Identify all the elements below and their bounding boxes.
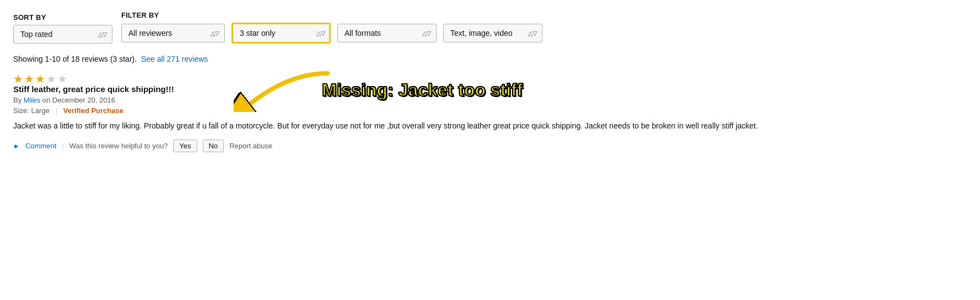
report-link[interactable]: Report abuse — [229, 142, 272, 150]
annotation-callout: Missing: Jacket too stiff — [234, 68, 523, 112]
comment-arrow-icon: ► — [13, 142, 20, 150]
stars-select-wrapper[interactable]: All stars 5 star only 4 star only 3 star… — [231, 23, 331, 44]
formats-select[interactable]: All formats Text only Image/video — [337, 24, 437, 42]
helpful-yes-button[interactable]: Yes — [173, 140, 197, 152]
helpful-no-button[interactable]: No — [203, 140, 224, 152]
size-separator: | — [56, 106, 57, 115]
review-body: Jacket was a little to stiff for my liki… — [13, 120, 840, 132]
media-select-wrapper[interactable]: Text, image, video Text only Image/video… — [443, 24, 542, 42]
size-value: Large — [31, 106, 50, 115]
formats-select-wrapper[interactable]: All formats Text only Image/video △▽ — [337, 24, 437, 42]
annotation-arrow-icon — [234, 68, 333, 112]
sort-filter-section: SORT BY Top rated Most recent Most helpf… — [13, 11, 967, 44]
verified-label: Verified Purchase — [63, 106, 123, 115]
filter-label: FILTER BY — [121, 11, 542, 19]
sort-select[interactable]: Top rated Most recent Most helpful Top c… — [13, 25, 112, 44]
review-meta: By Miles on December 20, 2016 — [13, 96, 967, 104]
filter-group: FILTER BY All reviewers Verified purchas… — [121, 11, 542, 44]
star-3-icon: ★ — [35, 73, 45, 84]
size-label: Size: — [13, 106, 29, 115]
helpful-question: Was this review helpful to you? — [69, 142, 168, 150]
star-5-icon: ★ — [57, 73, 67, 84]
review-stars: ★ ★ ★ ★ ★ — [13, 73, 174, 84]
see-all-link[interactable]: See all 271 reviews — [141, 55, 208, 63]
sort-select-wrapper[interactable]: Top rated Most recent Most helpful Top c… — [13, 25, 112, 44]
star-4-icon: ★ — [46, 73, 56, 84]
showing-text: Showing 1-10 of 18 reviews (3 star). — [13, 55, 137, 63]
comment-link[interactable]: Comment — [25, 142, 56, 150]
reviewers-select-wrapper[interactable]: All reviewers Verified purchase only △▽ — [121, 24, 225, 42]
review-title-row: ★ ★ ★ ★ ★ Stiff leather, great price qui… — [13, 73, 174, 94]
review-title: Stiff leather, great price quick shippin… — [13, 84, 174, 94]
media-select[interactable]: Text, image, video Text only Image/video… — [443, 24, 542, 42]
review-item: ★ ★ ★ ★ ★ Stiff leather, great price qui… — [13, 73, 967, 152]
review-author-link[interactable]: Miles — [24, 96, 40, 104]
review-footer: ► Comment | Was this review helpful to y… — [13, 140, 967, 152]
filter-row: SORT BY Top rated Most recent Most helpf… — [13, 11, 967, 44]
filter-selects: All reviewers Verified purchase only △▽ … — [121, 23, 542, 44]
footer-separator: | — [62, 142, 63, 150]
showing-row: Showing 1-10 of 18 reviews (3 star). See… — [13, 55, 967, 63]
star-1-icon: ★ — [13, 73, 23, 84]
sort-label: SORT BY — [13, 13, 112, 22]
review-date-prefix: on — [42, 96, 52, 104]
reviewers-select[interactable]: All reviewers Verified purchase only — [121, 24, 225, 42]
sort-group: SORT BY Top rated Most recent Most helpf… — [13, 13, 112, 44]
star-2-icon: ★ — [24, 73, 34, 84]
review-size-row: Size: Large | Verified Purchase — [13, 106, 967, 115]
stars-select[interactable]: All stars 5 star only 4 star only 3 star… — [231, 23, 331, 44]
review-date: December 20, 2016 — [52, 96, 115, 104]
